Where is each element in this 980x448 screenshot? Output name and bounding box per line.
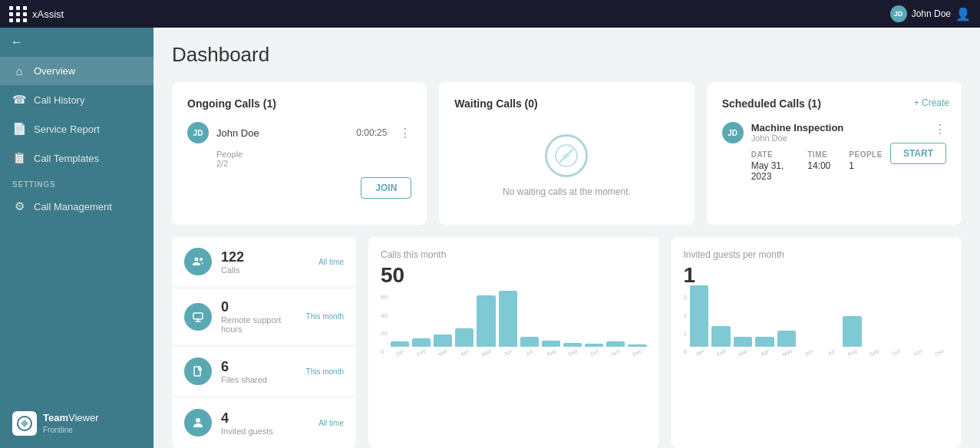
time-label: TIME bbox=[807, 150, 830, 159]
bar-label: Sep bbox=[869, 348, 879, 357]
sidebar-item-overview[interactable]: ⌂ Overview bbox=[0, 57, 153, 85]
bar-label: Aug bbox=[847, 348, 858, 357]
sidebar-item-call-management[interactable]: ⚙ Call Management bbox=[0, 192, 153, 221]
footer-brand-sub: Frontline bbox=[43, 425, 99, 435]
start-scheduled-button[interactable]: START bbox=[890, 143, 946, 164]
sidebar-item-call-history[interactable]: ☎ Call History bbox=[0, 85, 153, 114]
templates-icon: 📋 bbox=[12, 151, 26, 165]
page-title: Dashboard bbox=[172, 43, 962, 67]
bar-col: Feb bbox=[711, 326, 731, 355]
more-options-icon[interactable]: ⋮ bbox=[399, 126, 411, 140]
guests-bar-chart: JanFebMarAprMayJunJulAugSepOctNovDec bbox=[690, 294, 949, 355]
ongoing-call-item: JD John Doe 0:00:25 ⋮ bbox=[187, 122, 411, 143]
stat-calls: 122 Calls All time bbox=[172, 237, 356, 287]
scheduled-time-col: TIME 14:00 bbox=[807, 150, 830, 182]
bar-col: Apr bbox=[455, 328, 474, 355]
sidebar-item-service-report[interactable]: 📄 Service Report bbox=[0, 114, 153, 143]
bar-col: Nov bbox=[606, 341, 625, 355]
bar bbox=[455, 328, 474, 347]
scheduled-more-icon[interactable]: ⋮ bbox=[934, 122, 946, 137]
topbar-user: JD John Doe 👤 bbox=[890, 5, 971, 22]
bar bbox=[755, 337, 774, 347]
bar-col: May bbox=[477, 295, 495, 355]
bar bbox=[585, 344, 603, 347]
stat-invited: 4 Invited guests All time bbox=[172, 397, 356, 447]
scheduled-avatar: JD bbox=[722, 122, 744, 143]
stats-left: 122 Calls All time 0 Remote support hour… bbox=[172, 237, 356, 448]
bar-label: Mar bbox=[437, 348, 448, 357]
files-stat-label: Files shared bbox=[221, 375, 297, 384]
calls-chart-card: Calls this month 50 60 40 20 0 JanFebMar… bbox=[368, 237, 659, 448]
bar-label: Jan bbox=[394, 348, 404, 357]
calls-stat-body: 122 Calls bbox=[221, 249, 309, 275]
create-scheduled-call-button[interactable]: + Create bbox=[914, 97, 949, 108]
bar bbox=[391, 341, 409, 347]
guests-chart-content: 3 2 1 0 JanFebMarAprMayJunJulAugSepOctNo… bbox=[684, 294, 950, 355]
bar bbox=[499, 291, 517, 347]
scheduled-calls-card: Scheduled Calls (1) + Create JD Machine … bbox=[707, 82, 962, 225]
sidebar-item-overview-label: Overview bbox=[34, 65, 75, 77]
calls-stat-label: Calls bbox=[221, 265, 309, 275]
remote-stat-body: 0 Remote support hours bbox=[221, 299, 297, 334]
caller-name: John Doe bbox=[216, 127, 348, 139]
ongoing-calls-title: Ongoing Calls (1) bbox=[187, 97, 411, 110]
date-value: May 31, 2023 bbox=[751, 160, 790, 182]
invited-stat-period: All time bbox=[318, 419, 344, 427]
scheduled-date-col: DATE May 31, 2023 bbox=[751, 150, 790, 182]
bar-label: Jan bbox=[695, 348, 704, 357]
bar-col: Dec bbox=[628, 344, 646, 355]
main-content: Dashboard Ongoing Calls (1) JD John Doe … bbox=[153, 0, 980, 448]
calls-bar-chart: JanFebMarAprMayJunJulAugSepOctNovDec bbox=[391, 294, 647, 355]
remote-stat-label: Remote support hours bbox=[221, 315, 297, 334]
remote-stat-icon bbox=[184, 303, 212, 331]
svg-point-7 bbox=[196, 418, 200, 423]
join-call-button[interactable]: JOIN bbox=[361, 177, 411, 199]
bar-col: Dec bbox=[930, 347, 949, 355]
no-calls-icon bbox=[545, 134, 588, 177]
sidebar-item-call-management-label: Call Management bbox=[34, 201, 112, 212]
guests-y-labels: 3 2 1 0 bbox=[684, 294, 687, 355]
bar bbox=[711, 326, 731, 347]
home-icon: ⌂ bbox=[12, 64, 26, 77]
scheduled-sub: John Doe bbox=[751, 133, 883, 143]
sidebar-item-call-templates[interactable]: 📋 Call Templates bbox=[0, 143, 153, 173]
people-value: 1 bbox=[849, 160, 883, 171]
scheduled-meta: DATE May 31, 2023 TIME 14:00 PEOPLE 1 bbox=[751, 150, 883, 182]
call-people-count: People 2/2 bbox=[216, 150, 411, 168]
time-value: 14:00 bbox=[807, 160, 830, 171]
guests-chart-number: 1 bbox=[684, 263, 950, 288]
caller-avatar: JD bbox=[187, 122, 209, 143]
bar-col: Mar bbox=[734, 337, 753, 355]
back-button[interactable]: ← bbox=[0, 28, 153, 57]
bar-col: May bbox=[777, 331, 797, 355]
bar-col: Sep bbox=[563, 343, 582, 355]
date-label: DATE bbox=[751, 150, 790, 159]
bar-label: Oct bbox=[589, 348, 599, 357]
bar-col: Oct bbox=[585, 344, 603, 355]
invited-stat-number: 4 bbox=[221, 410, 309, 427]
files-stat-icon bbox=[184, 357, 212, 385]
bar-label: Dec bbox=[935, 348, 945, 357]
app-name: xAssist bbox=[32, 8, 64, 20]
report-icon: 📄 bbox=[12, 122, 26, 136]
invited-stat-body: 4 Invited guests bbox=[221, 410, 309, 436]
bar-label: Jul bbox=[827, 348, 835, 357]
bar-label: May bbox=[781, 348, 793, 357]
guests-stat-icon bbox=[184, 409, 212, 436]
stat-remote-support: 0 Remote support hours This month bbox=[172, 288, 356, 345]
bar-label: Sep bbox=[567, 348, 578, 357]
footer-brand: TeamViewer Frontline bbox=[43, 412, 99, 435]
bar-col: Jun bbox=[799, 347, 818, 355]
scheduled-info: Machine Inspection John Doe DATE May 31,… bbox=[751, 122, 883, 182]
bar-col: Mar bbox=[434, 334, 452, 355]
bar-col: Jan bbox=[391, 341, 409, 355]
bar bbox=[628, 344, 646, 347]
bar-label: Jun bbox=[503, 348, 513, 357]
bar-col: Feb bbox=[412, 338, 431, 355]
teamviewer-logo bbox=[12, 411, 37, 436]
waiting-calls-card: Waiting Calls (0) No waiting calls at th… bbox=[439, 82, 694, 225]
bar-label: Feb bbox=[716, 348, 727, 357]
calls-chart-content: 60 40 20 0 JanFebMarAprMayJunJulAugSepOc… bbox=[381, 294, 647, 355]
svg-rect-5 bbox=[193, 313, 203, 319]
files-stat-period: This month bbox=[306, 367, 344, 376]
